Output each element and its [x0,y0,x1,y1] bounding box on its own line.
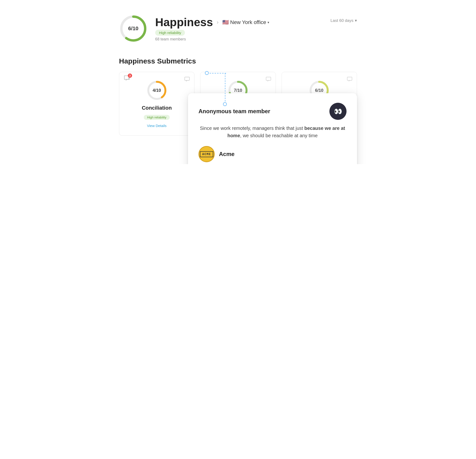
flag-chat-icon: 3 [124,75,130,83]
svg-rect-8 [347,77,352,80]
wellbeing-score-text: 7/10 [234,88,242,93]
breadcrumb-arrow: › [217,19,219,25]
popup-header: Anonymous team member 👀 [198,103,347,120]
popup-quote: Since we work remotely, managers think t… [198,125,347,139]
svg-rect-2 [185,77,189,80]
date-range-chevron: ▾ [355,18,357,23]
company-name: Acme [219,151,234,158]
chat-icon[interactable] [184,76,190,83]
chat-icon-recognition[interactable] [347,76,352,83]
company-row: ACME Acme [198,146,347,162]
notification-badge: 3 [124,75,130,83]
header-info: Happiness › 🇺🇸 New York office ▾ High re… [155,16,269,41]
acme-logo: ACME [198,146,215,162]
svg-rect-5 [266,77,271,80]
reliability-badge: High reliability [155,30,185,36]
submetrics-title: Happiness Submetrics [119,57,357,65]
notification-count: 3 [128,74,132,78]
team-members-count: 68 team members [155,37,269,41]
quote-text-part2: , we should be reachable at any time [240,133,318,138]
avatar-emoji: 👀 [334,108,342,115]
quote-text-part1: Since we work remotely, managers think t… [200,125,304,131]
chevron-down-icon: ▾ [268,20,269,24]
location-selector[interactable]: 🇺🇸 New York office ▾ [222,19,269,25]
popup-author-title: Anonymous team member [198,108,270,115]
score-text: 6/10 [128,25,138,32]
date-range-selector[interactable]: Last 60 days ▾ [331,14,357,23]
acme-logo-text: ACME [200,151,213,157]
conciliation-view-details[interactable]: View Details [147,124,167,128]
location-name: New York office [230,19,266,25]
submetrics-grid: 3 4/10 Conciliation High reliability Vie… [119,72,357,135]
avatar: 👀 [329,103,347,120]
header-section: 6/10 Happiness › 🇺🇸 New York office ▾ Hi… [119,14,357,43]
chat-icon-wellbeing[interactable] [266,76,271,83]
conciliation-score-circle: 4/10 [146,80,168,101]
metric-card-conciliation: 3 4/10 Conciliation High reliability Vie… [119,72,195,135]
recognition-score-text: 6/10 [315,88,323,93]
feedback-popup: Anonymous team member 👀 Since we work re… [188,93,357,164]
page-title: Happiness [155,16,213,29]
conciliation-score-text: 4/10 [153,88,161,93]
conciliation-reliability: High reliability [144,115,170,120]
flag-icon: 🇺🇸 [222,19,229,25]
submetrics-section: Happiness Submetrics 3 [119,57,357,135]
date-range-label: Last 60 days [331,18,353,23]
score-circle: 6/10 [119,14,148,43]
header-title-row: Happiness › 🇺🇸 New York office ▾ [155,16,269,29]
conciliation-name: Conciliation [142,105,172,111]
